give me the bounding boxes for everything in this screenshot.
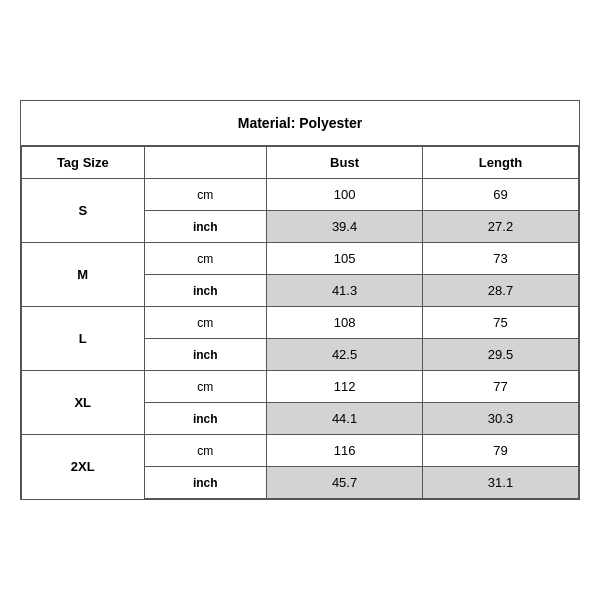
cm-bust-cell: 108 [267,307,423,339]
inch-length-cell: 30.3 [423,403,579,435]
cm-length-cell: 69 [423,179,579,211]
inch-bust-cell: 45.7 [267,467,423,499]
inch-bust-cell: 39.4 [267,211,423,243]
cm-unit-cell: cm [144,435,267,467]
cm-length-cell: 77 [423,371,579,403]
tag-size-cell: M [22,243,145,307]
length-header: Length [423,147,579,179]
table-row: Lcm10875 [22,307,579,339]
bust-header: Bust [267,147,423,179]
tag-size-cell: L [22,307,145,371]
cm-bust-cell: 112 [267,371,423,403]
chart-title: Material: Polyester [21,101,579,146]
inch-length-cell: 29.5 [423,339,579,371]
table-row: Mcm10573 [22,243,579,275]
size-chart: Material: Polyester Tag Size Bust Length… [20,100,580,500]
cm-length-cell: 75 [423,307,579,339]
inch-unit-cell: inch [144,275,267,307]
cm-length-cell: 79 [423,435,579,467]
table-row: XLcm11277 [22,371,579,403]
cm-unit-cell: cm [144,307,267,339]
table-header-row: Tag Size Bust Length [22,147,579,179]
inch-unit-cell: inch [144,403,267,435]
size-table: Tag Size Bust Length Scm10069inch39.427.… [21,146,579,499]
tag-size-cell: S [22,179,145,243]
inch-unit-cell: inch [144,211,267,243]
inch-unit-cell: inch [144,467,267,499]
inch-length-cell: 31.1 [423,467,579,499]
cm-length-cell: 73 [423,243,579,275]
inch-bust-cell: 41.3 [267,275,423,307]
inch-bust-cell: 44.1 [267,403,423,435]
inch-bust-cell: 42.5 [267,339,423,371]
tag-size-header: Tag Size [22,147,145,179]
tag-size-cell: XL [22,371,145,435]
cm-bust-cell: 105 [267,243,423,275]
inch-length-cell: 28.7 [423,275,579,307]
inch-unit-cell: inch [144,339,267,371]
tag-size-cell: 2XL [22,435,145,499]
cm-bust-cell: 116 [267,435,423,467]
cm-unit-cell: cm [144,243,267,275]
cm-unit-cell: cm [144,179,267,211]
cm-bust-cell: 100 [267,179,423,211]
cm-unit-cell: cm [144,371,267,403]
inch-length-cell: 27.2 [423,211,579,243]
unit-header [144,147,267,179]
table-row: 2XLcm11679 [22,435,579,467]
table-row: Scm10069 [22,179,579,211]
